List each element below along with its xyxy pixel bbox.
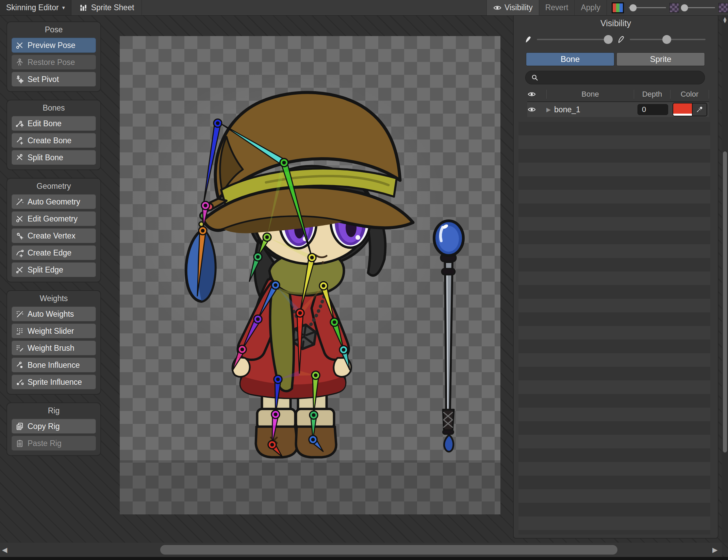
column-depth: Depth [634,90,670,99]
auto-geometry-button[interactable]: Auto Geometry [12,194,96,209]
tab-sprite[interactable]: Sprite [616,52,705,66]
scroll-left-arrow[interactable]: ◀ [2,546,7,554]
visibility-panel: Visibility BoneSprite Bone Depth Color ▶… [513,14,718,539]
search-input[interactable] [542,73,700,82]
bone-influence-icon [15,361,24,369]
create-edge-button[interactable]: Create Edge [12,245,96,260]
eyedropper-icon[interactable] [692,103,707,116]
vertical-scrollbar[interactable]: ▲ ▼ [722,15,728,543]
sprite-alpha-icon [669,3,679,13]
rig-copy-icon [15,422,24,431]
vertex-create-icon [15,231,24,240]
bone-opacity-icon [524,35,533,44]
column-color: Color [671,90,709,99]
button-label: Weight Brush [28,344,75,353]
search-icon [530,73,539,82]
button-label: Sprite Influence [28,378,82,387]
button-label: Copy Rig [28,422,60,431]
sprite-sheet-icon [79,3,88,12]
button-label: Paste Rig [28,439,62,448]
texture-rect-lower-band [120,460,500,514]
sprite-sheet-button[interactable]: Sprite Sheet [71,0,142,15]
preview-pose-button[interactable]: Preview Pose [12,38,96,53]
sprite-color-mode-icon[interactable] [612,2,624,13]
bone-table-empty-rows [518,122,710,534]
auto-weights-button[interactable]: Auto Weights [12,307,96,322]
weight-brush-icon [15,344,24,352]
tab-bone[interactable]: Bone [526,52,614,66]
search-field[interactable] [525,71,705,84]
depth-field[interactable]: 0 [638,104,668,115]
visibility-column-eye-icon [527,90,546,99]
button-label: Auto Weights [28,310,74,319]
hat [203,93,413,233]
group-title: Geometry [12,179,96,194]
revert-button[interactable]: Revert [539,0,575,15]
bone-name[interactable]: bone_1 [554,105,580,114]
scroll-right-arrow[interactable]: ▶ [712,546,717,554]
weight-slider-button[interactable]: Weight Slider [12,324,96,339]
button-label: Restore Pose [28,58,75,67]
skinning-editor-menu[interactable]: Skinning Editor ▾ [0,0,71,15]
set-pivot-icon [15,75,24,84]
bone-influence-button[interactable]: Bone Influence [12,358,96,373]
staff-sprite[interactable] [434,221,463,452]
weight-slider-icon [15,327,24,335]
button-label: Edit Bone [28,119,62,128]
group-title: Bones [12,100,96,116]
panel-mesh-opacity-slider[interactable] [630,34,706,45]
copy-rig-button[interactable]: Copy Rig [12,419,96,434]
bone-edit-icon [15,119,24,128]
visibility-label: Visibility [504,3,533,12]
row-visibility-eye-icon[interactable] [527,105,546,114]
expand-arrow-icon[interactable]: ▶ [546,106,551,113]
sprite-influence-button[interactable]: Sprite Influence [12,375,96,390]
create-bone-button[interactable]: Create Bone [12,133,96,148]
tool-group-geometry: GeometryAuto GeometryEdit GeometryCreate… [6,178,101,282]
split-edge-button[interactable]: Split Edge [12,262,96,277]
button-label: Weight Slider [28,327,74,336]
scroll-down-arrow[interactable]: ▼ [722,18,728,542]
column-bone: Bone [547,90,634,99]
table-row[interactable]: ▶ bone_1 0 [527,102,709,117]
edit-bone-button[interactable]: Edit Bone [12,116,96,131]
edit-geometry-button[interactable]: Edit Geometry [12,211,96,226]
bone-color-swatch[interactable] [673,103,692,116]
button-label: Preview Pose [28,41,76,50]
pose-preview-icon [15,41,24,50]
button-label: Set Pivot [28,75,59,84]
chevron-down-icon: ▾ [62,4,65,11]
restore-pose-button[interactable]: Restore Pose [12,55,96,70]
create-vertex-button[interactable]: Create Vertex [12,228,96,243]
panel-bone-opacity-slider[interactable] [537,34,613,45]
weight-brush-button[interactable]: Weight Brush [12,341,96,356]
button-label: Edit Geometry [28,214,78,224]
button-label: Split Bone [28,153,63,162]
bone-create-icon [15,136,24,145]
sprite-opacity-slider[interactable] [629,0,666,15]
horizontal-scroll-thumb[interactable] [160,545,617,555]
visibility-toggle-button[interactable]: Visibility [486,0,539,15]
button-label: Auto Geometry [28,197,80,207]
apply-label: Apply [581,3,600,12]
character-sprite[interactable] [120,36,500,514]
set-pivot-button[interactable]: Set Pivot [12,72,96,87]
sprite-texture-rect[interactable] [120,36,500,514]
skinning-editor-window: Skinning Editor ▾ Sprite Sheet Visibilit… [0,0,728,560]
visibility-eye-icon [493,3,502,12]
status-strip [0,557,728,560]
revert-label: Revert [545,3,568,12]
group-title: Rig [12,403,96,419]
paste-rig-button[interactable]: Paste Rig [12,436,96,451]
bone-opacity-slider[interactable] [682,0,715,15]
bone-alpha-icon [718,3,728,13]
button-label: Create Vertex [28,231,76,241]
button-label: Split Edge [28,265,63,275]
weights-auto-icon [15,310,24,318]
apply-button[interactable]: Apply [574,0,607,15]
tool-group-pose: PosePreview PoseRestore PoseSet Pivot [6,21,101,92]
mesh-opacity-icon [617,35,626,44]
horizontal-scrollbar[interactable]: ◀ ▶ [0,543,722,557]
split-bone-button[interactable]: Split Bone [12,150,96,165]
group-title: Weights [12,291,96,307]
